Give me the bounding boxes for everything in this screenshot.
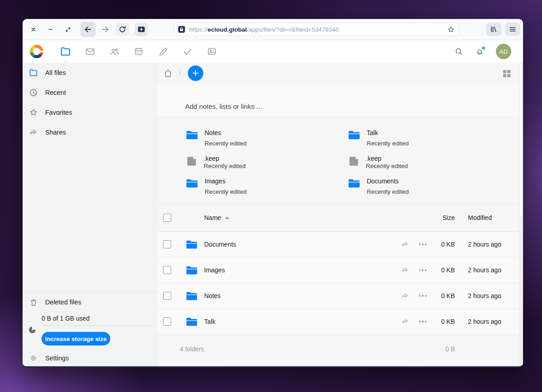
share-button[interactable] bbox=[397, 266, 413, 274]
share-button[interactable] bbox=[397, 292, 413, 300]
row-checkbox[interactable] bbox=[163, 240, 171, 248]
quota-text: 0 B of 1 GB used bbox=[42, 315, 90, 322]
file-table: Name Size Modified Documents 0 KB 2 hour… bbox=[157, 204, 519, 364]
scrollbar-track[interactable] bbox=[519, 63, 523, 368]
sidebar-label: Deleted files bbox=[45, 299, 81, 306]
sidebar-item-favorites[interactable]: Favorites bbox=[23, 103, 157, 122]
recommended-tile[interactable]: .keepRecently edited bbox=[186, 154, 348, 177]
forward-arrow-icon bbox=[101, 25, 110, 34]
workspace-placeholder: Add notes, lists or links ... bbox=[185, 103, 262, 110]
app-files[interactable] bbox=[53, 40, 78, 63]
tile-subtitle: Recently edited bbox=[205, 140, 247, 147]
table-summary: 4 folders 0 B bbox=[157, 335, 519, 364]
extension-add-button[interactable] bbox=[135, 23, 148, 36]
library-icon bbox=[490, 25, 498, 33]
sidebar-bottom: Deleted files 0 B of 1 GB used Increase … bbox=[23, 292, 157, 368]
grid-view-toggle[interactable] bbox=[503, 70, 510, 77]
window-restore-button[interactable] bbox=[63, 25, 72, 34]
sidebar-item-settings[interactable]: Settings bbox=[23, 348, 157, 368]
storage-quota: 0 B of 1 GB used Increase storage size bbox=[23, 312, 157, 348]
table-row[interactable]: Images 0 KB 2 hours ago bbox=[157, 257, 519, 283]
select-all-checkbox[interactable] bbox=[163, 214, 171, 222]
actions-menu-button[interactable] bbox=[413, 295, 432, 297]
sidebar-item-deleted-files[interactable]: Deleted files bbox=[23, 292, 157, 312]
recommended-tile[interactable]: .keepRecently edited bbox=[348, 154, 510, 177]
sidebar-label: Favorites bbox=[45, 109, 72, 116]
table-row[interactable]: Documents 0 KB 2 hours ago bbox=[157, 232, 519, 257]
contacts-icon bbox=[109, 47, 120, 57]
check-icon bbox=[182, 47, 193, 57]
search-button[interactable] bbox=[454, 47, 463, 56]
sort-by-modified-header[interactable]: Modified bbox=[467, 214, 519, 221]
share-button[interactable] bbox=[397, 240, 413, 248]
share-button[interactable] bbox=[397, 317, 413, 326]
tile-subtitle: Recently edited bbox=[367, 140, 409, 147]
calendar-icon bbox=[134, 47, 144, 56]
sidebar-item-all-files[interactable]: All files bbox=[23, 63, 157, 83]
secure-lock-icon bbox=[178, 25, 186, 33]
photos-icon bbox=[207, 47, 217, 56]
sort-by-size-header[interactable]: Size bbox=[432, 214, 455, 221]
active-app-indicator bbox=[62, 60, 69, 63]
recommended-files: NotesRecently edited TalkRecently edited… bbox=[186, 128, 510, 203]
rich-workspace[interactable]: Add notes, lists or links ... bbox=[157, 84, 519, 117]
home-breadcrumb-button[interactable] bbox=[163, 68, 174, 79]
recommended-tile[interactable]: NotesRecently edited bbox=[186, 128, 348, 154]
table-row[interactable]: Notes 0 KB 2 hours ago bbox=[157, 283, 519, 309]
window-minimize-button[interactable] bbox=[46, 25, 55, 34]
window-close-button[interactable] bbox=[29, 25, 38, 34]
row-checkbox[interactable] bbox=[163, 266, 171, 274]
notifications-button[interactable] bbox=[475, 47, 484, 56]
reload-button[interactable] bbox=[116, 23, 129, 36]
quota-progress-bar bbox=[42, 325, 151, 326]
file-modified: 2 hours ago bbox=[467, 241, 519, 248]
new-file-button[interactable] bbox=[188, 65, 203, 81]
app-mail[interactable] bbox=[78, 40, 102, 63]
tile-name: .keep bbox=[204, 155, 246, 163]
minimize-icon bbox=[48, 27, 53, 32]
scrollbar-thumb[interactable] bbox=[519, 63, 523, 217]
recommended-tile[interactable]: TalkRecently edited bbox=[348, 128, 510, 154]
row-checkbox[interactable] bbox=[163, 292, 171, 300]
ecloud-logo[interactable] bbox=[30, 45, 43, 58]
pencil-icon bbox=[158, 47, 168, 57]
table-row[interactable]: Talk 0 KB 2 hours ago bbox=[157, 309, 519, 335]
forward-button[interactable] bbox=[98, 22, 112, 37]
bookmark-star-icon[interactable] bbox=[447, 26, 455, 33]
tile-name: Documents bbox=[367, 177, 409, 185]
breadcrumb bbox=[157, 63, 519, 84]
actions-menu-button[interactable] bbox=[413, 243, 432, 245]
tile-name: Notes bbox=[205, 129, 247, 137]
recommended-tile[interactable]: DocumentsRecently edited bbox=[348, 177, 510, 203]
folder-icon bbox=[348, 129, 360, 141]
row-checkbox[interactable] bbox=[163, 317, 171, 326]
file-name: Documents bbox=[204, 241, 236, 248]
tile-subtitle: Recently edited bbox=[367, 188, 409, 196]
app-notes[interactable] bbox=[151, 40, 175, 63]
app-photos[interactable] bbox=[200, 40, 224, 63]
folder-icon bbox=[348, 177, 360, 190]
url-bar[interactable]: https://ecloud.global/apps/files/?dir=/&… bbox=[173, 23, 459, 36]
browser-toolbar: https://ecloud.global/apps/files/?dir=/&… bbox=[23, 19, 523, 40]
files-sidebar: All files Recent Favorites Shares Delete… bbox=[23, 63, 157, 368]
app-contacts[interactable] bbox=[102, 40, 126, 63]
actions-menu-button[interactable] bbox=[413, 269, 432, 271]
library-button[interactable] bbox=[486, 23, 501, 36]
app-calendar[interactable] bbox=[126, 40, 151, 63]
sort-by-name-header[interactable]: Name bbox=[177, 214, 397, 221]
browser-window: https://ecloud.global/apps/files/?dir=/&… bbox=[23, 19, 523, 368]
url-text: https://ecloud.global/apps/files/?dir=/&… bbox=[189, 26, 447, 33]
menu-button[interactable] bbox=[505, 23, 520, 36]
user-avatar[interactable]: AD bbox=[496, 44, 511, 59]
sidebar-item-shares[interactable]: Shares bbox=[23, 122, 157, 142]
sidebar-item-recent[interactable]: Recent bbox=[23, 83, 157, 103]
recommended-tile[interactable]: ImagesRecently edited bbox=[186, 177, 348, 203]
table-header: Name Size Modified bbox=[157, 204, 519, 232]
increase-storage-button[interactable]: Increase storage size bbox=[42, 332, 110, 345]
trash-icon bbox=[29, 298, 38, 307]
actions-menu-button[interactable] bbox=[413, 321, 432, 322]
back-button[interactable] bbox=[80, 22, 96, 37]
sidebar-label: Shares bbox=[45, 129, 66, 136]
sort-ascending-icon bbox=[225, 216, 229, 219]
app-tasks[interactable] bbox=[175, 40, 200, 63]
